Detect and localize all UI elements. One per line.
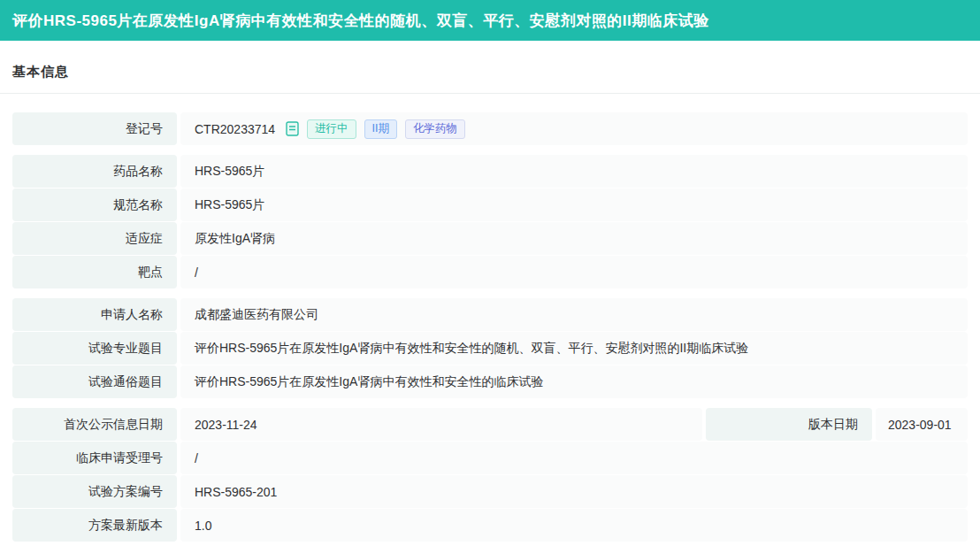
registration-number-value: CTR20233714 [195, 122, 275, 136]
drug-name-label: 药品名称 [12, 155, 177, 188]
latest-version-value: 1.0 [180, 509, 968, 542]
table-row: 药品名称 HRS-5965片 [12, 155, 968, 188]
target-label: 靶点 [12, 256, 177, 288]
protocol-number-label: 试验方案编号 [12, 475, 177, 508]
version-date-value: 2023-09-01 [876, 408, 968, 441]
version-date-label: 版本日期 [706, 408, 872, 441]
indication-label: 适应症 [12, 222, 177, 255]
page-title: 评价HRS-5965片在原发性IgA肾病中有效性和安全性的随机、双盲、平行、安慰… [12, 11, 709, 31]
table-row: 首次公示信息日期 2023-11-24 版本日期 2023-09-01 [12, 408, 968, 441]
acceptance-number-value: / [180, 442, 968, 474]
field-group-drug: 药品名称 HRS-5965片 规范名称 HRS-5965片 适应症 原发性IgA… [12, 155, 968, 288]
table-row: 试验方案编号 HRS-5965-201 [12, 475, 968, 508]
indication-value: 原发性IgA肾病 [180, 222, 968, 255]
phase-badge: II期 [364, 119, 397, 139]
table-row: 登记号 CTR20233714 进行中 II期 化学药物 [12, 112, 968, 145]
table-row: 试验专业题目 评价HRS-5965片在原发性IgA肾病中有效性和安全性的随机、双… [12, 332, 968, 365]
table-row: 试验通俗题目 评价HRS-5965片在原发性IgA肾病中有效性和安全性的临床试验 [12, 365, 968, 398]
registration-number-value-cell: CTR20233714 进行中 II期 化学药物 [180, 112, 968, 145]
table-row: 规范名称 HRS-5965片 [12, 188, 968, 221]
standard-name-label: 规范名称 [12, 188, 177, 221]
acceptance-number-label: 临床申请受理号 [12, 442, 177, 474]
basic-info-table: 登记号 CTR20233714 进行中 II期 化学药物 药品名称 HRS-59… [0, 94, 980, 542]
section-title-basic-info: 基本信息 [12, 64, 968, 81]
page-header: 评价HRS-5965片在原发性IgA肾病中有效性和安全性的随机、双盲、平行、安慰… [0, 0, 980, 41]
applicant-name-value: 成都盛迪医药有限公司 [180, 298, 968, 331]
first-publish-date-label: 首次公示信息日期 [12, 408, 177, 441]
drug-name-value: HRS-5965片 [180, 155, 968, 188]
field-group-dates: 首次公示信息日期 2023-11-24 版本日期 2023-09-01 临床申请… [12, 408, 968, 542]
table-row: 靶点 / [12, 256, 968, 288]
registration-number-label: 登记号 [12, 112, 177, 145]
first-publish-date-value: 2023-11-24 [180, 408, 702, 441]
table-row: 申请人名称 成都盛迪医药有限公司 [12, 298, 968, 331]
protocol-number-value: HRS-5965-201 [180, 475, 968, 508]
public-title-value: 评价HRS-5965片在原发性IgA肾病中有效性和安全性的临床试验 [180, 365, 968, 398]
drug-type-badge: 化学药物 [405, 119, 465, 139]
field-group-applicant: 申请人名称 成都盛迪医药有限公司 试验专业题目 评价HRS-5965片在原发性I… [12, 298, 968, 398]
target-value: / [180, 256, 968, 288]
table-row: 方案最新版本 1.0 [12, 509, 968, 542]
status-badge: 进行中 [307, 119, 356, 139]
scientific-title-value: 评价HRS-5965片在原发性IgA肾病中有效性和安全性的随机、双盲、平行、安慰… [180, 332, 968, 365]
applicant-name-label: 申请人名称 [12, 298, 177, 331]
scientific-title-label: 试验专业题目 [12, 332, 177, 365]
public-title-label: 试验通俗题目 [12, 365, 177, 398]
latest-version-label: 方案最新版本 [12, 509, 177, 542]
document-icon[interactable] [286, 121, 299, 136]
field-group-registration: 登记号 CTR20233714 进行中 II期 化学药物 [12, 112, 968, 145]
table-row: 适应症 原发性IgA肾病 [12, 222, 968, 255]
table-row: 临床申请受理号 / [12, 442, 968, 474]
standard-name-value: HRS-5965片 [180, 188, 968, 221]
